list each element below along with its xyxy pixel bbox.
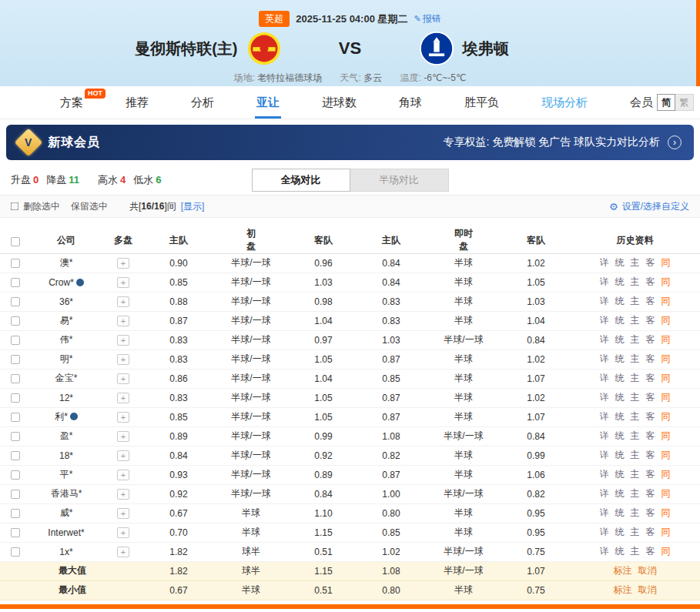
history-link-away[interactable]: 客 bbox=[646, 527, 655, 537]
company-name[interactable]: 18* bbox=[59, 450, 73, 461]
history-link-home[interactable]: 主 bbox=[631, 353, 640, 364]
row-checkbox[interactable] bbox=[11, 451, 20, 460]
history-link-home[interactable]: 主 bbox=[631, 430, 640, 441]
history-link-stats[interactable]: 统 bbox=[615, 450, 625, 460]
history-link-same[interactable]: 同 bbox=[661, 276, 671, 287]
history-link-detail[interactable]: 详 bbox=[600, 546, 609, 557]
expand-multi-button[interactable]: + bbox=[117, 508, 129, 519]
history-link-away[interactable]: 客 bbox=[646, 488, 655, 499]
expand-multi-button[interactable]: + bbox=[117, 277, 129, 288]
history-link-home[interactable]: 主 bbox=[631, 507, 640, 518]
keep-selected-button[interactable]: 保留选中 bbox=[71, 200, 108, 213]
tab-recommend[interactable]: 推荐 bbox=[124, 86, 150, 119]
history-link-same[interactable]: 同 bbox=[661, 411, 671, 422]
expand-multi-button[interactable]: + bbox=[117, 335, 129, 346]
tab-plans[interactable]: 方案HOT bbox=[59, 86, 85, 119]
expand-multi-button[interactable]: + bbox=[117, 258, 129, 269]
company-name[interactable]: 利* bbox=[55, 411, 68, 422]
tab-corners[interactable]: 角球 bbox=[397, 86, 424, 119]
history-link-detail[interactable]: 详 bbox=[600, 334, 609, 345]
history-link-detail[interactable]: 详 bbox=[600, 373, 609, 383]
company-name[interactable]: Crow* bbox=[49, 277, 74, 288]
history-link-away[interactable]: 客 bbox=[646, 315, 655, 326]
history-link-stats[interactable]: 统 bbox=[615, 527, 625, 537]
company-name[interactable]: 澳* bbox=[60, 257, 73, 268]
history-link-stats[interactable]: 统 bbox=[615, 373, 625, 383]
expand-multi-button[interactable]: + bbox=[117, 489, 129, 500]
company-name[interactable]: 36* bbox=[59, 296, 73, 307]
delete-selected-button[interactable]: 删除选中 bbox=[23, 200, 60, 213]
vip-banner-link[interactable]: 专享权益: 免费解锁 免广告 球队实力对比分析 › bbox=[443, 135, 682, 149]
show-link[interactable]: [显示] bbox=[181, 200, 205, 213]
history-link-home[interactable]: 主 bbox=[631, 296, 640, 306]
history-link-detail[interactable]: 详 bbox=[600, 392, 609, 403]
history-link-same[interactable]: 同 bbox=[661, 450, 671, 460]
history-link-away[interactable]: 客 bbox=[646, 334, 655, 345]
history-link-same[interactable]: 同 bbox=[661, 257, 671, 268]
tab-asian-handicap[interactable]: 亚让 bbox=[255, 86, 281, 119]
history-link-same[interactable]: 同 bbox=[661, 507, 671, 518]
history-link-detail[interactable]: 详 bbox=[600, 469, 609, 480]
history-link-stats[interactable]: 统 bbox=[615, 430, 625, 441]
history-link-detail[interactable]: 详 bbox=[600, 450, 609, 460]
history-link-stats[interactable]: 统 bbox=[615, 488, 625, 499]
expand-multi-button[interactable]: + bbox=[117, 354, 129, 365]
row-checkbox[interactable] bbox=[11, 278, 20, 287]
row-checkbox[interactable] bbox=[11, 509, 20, 518]
history-link-stats[interactable]: 统 bbox=[615, 392, 625, 403]
row-checkbox[interactable] bbox=[11, 490, 20, 499]
expand-multi-button[interactable]: + bbox=[117, 470, 129, 480]
history-link-detail[interactable]: 详 bbox=[600, 315, 609, 326]
history-link-away[interactable]: 客 bbox=[646, 546, 655, 557]
history-link-same[interactable]: 同 bbox=[661, 392, 671, 403]
expand-multi-button[interactable]: + bbox=[117, 373, 129, 384]
history-link-stats[interactable]: 统 bbox=[615, 296, 625, 306]
half-match-toggle[interactable]: 半场对比 bbox=[350, 169, 449, 192]
history-link-home[interactable]: 主 bbox=[631, 392, 640, 403]
row-checkbox[interactable] bbox=[11, 413, 20, 422]
tab-analysis[interactable]: 分析 bbox=[189, 86, 216, 119]
history-link-detail[interactable]: 详 bbox=[600, 257, 609, 268]
company-name[interactable]: 香港马* bbox=[51, 488, 82, 499]
history-link-same[interactable]: 同 bbox=[661, 373, 671, 383]
history-link-away[interactable]: 客 bbox=[646, 296, 655, 306]
row-checkbox[interactable] bbox=[11, 547, 20, 557]
settings-link[interactable]: ⚙设置/选择自定义 bbox=[609, 200, 689, 213]
history-link-away[interactable]: 客 bbox=[646, 276, 655, 287]
expand-multi-button[interactable]: + bbox=[117, 393, 129, 403]
row-checkbox[interactable] bbox=[11, 432, 20, 441]
company-name[interactable]: Interwet* bbox=[48, 527, 84, 538]
history-link-same[interactable]: 同 bbox=[661, 334, 671, 345]
expand-multi-button[interactable]: + bbox=[117, 547, 129, 557]
tab-vip[interactable]: 会员 bbox=[628, 86, 655, 119]
history-link-stats[interactable]: 统 bbox=[615, 276, 625, 287]
cancel-link[interactable]: 取消 bbox=[638, 584, 657, 595]
expand-multi-button[interactable]: + bbox=[117, 316, 129, 326]
history-link-same[interactable]: 同 bbox=[661, 546, 671, 557]
history-link-stats[interactable]: 统 bbox=[615, 507, 625, 518]
history-link-home[interactable]: 主 bbox=[631, 315, 640, 326]
history-link-detail[interactable]: 详 bbox=[600, 353, 609, 364]
lang-simplified-button[interactable]: 简 bbox=[657, 94, 675, 111]
row-checkbox[interactable] bbox=[11, 374, 20, 383]
company-name[interactable]: 平* bbox=[60, 469, 73, 480]
history-link-same[interactable]: 同 bbox=[661, 469, 671, 480]
company-name[interactable]: 盈* bbox=[60, 430, 73, 441]
row-checkbox[interactable] bbox=[11, 355, 20, 364]
history-link-stats[interactable]: 统 bbox=[615, 353, 625, 364]
tab-live-analysis[interactable]: 现场分析 bbox=[540, 86, 589, 119]
history-link-home[interactable]: 主 bbox=[631, 276, 640, 287]
history-link-away[interactable]: 客 bbox=[646, 392, 655, 403]
tab-1x2[interactable]: 胜平负 bbox=[463, 86, 501, 119]
history-link-away[interactable]: 客 bbox=[646, 469, 655, 480]
company-name[interactable]: 金宝* bbox=[55, 373, 78, 383]
history-link-same[interactable]: 同 bbox=[661, 296, 671, 306]
history-link-away[interactable]: 客 bbox=[646, 353, 655, 364]
full-match-toggle[interactable]: 全场对比 bbox=[252, 169, 350, 192]
lang-traditional-button[interactable]: 繁 bbox=[675, 94, 694, 111]
company-name[interactable]: 1x* bbox=[59, 547, 72, 557]
cancel-link[interactable]: 取消 bbox=[638, 565, 657, 576]
tab-goals[interactable]: 进球数 bbox=[320, 86, 358, 119]
company-name[interactable]: 易* bbox=[60, 315, 73, 326]
row-checkbox[interactable] bbox=[11, 528, 20, 537]
